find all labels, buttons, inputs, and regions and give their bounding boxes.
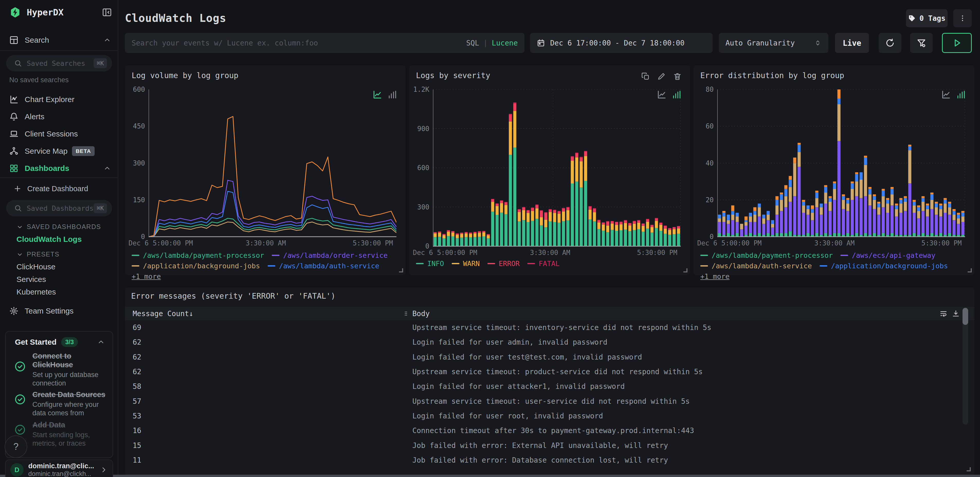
tags-button[interactable]: 0 Tags xyxy=(906,9,948,27)
sidebar-item-search[interactable]: Search xyxy=(0,33,118,47)
section-header[interactable]: SAVED DASHBOARDS xyxy=(16,223,101,231)
legend-item[interactable]: /aws/lambda/payment-processor xyxy=(700,251,833,259)
resize-handle[interactable] xyxy=(967,467,971,471)
collapse-sidebar-icon[interactable] xyxy=(102,7,112,17)
legend-item[interactable]: /application/background-jobs xyxy=(132,262,260,270)
dashboard-link-kubernetes[interactable]: Kubernetes xyxy=(16,288,56,296)
legend-item[interactable]: ERROR xyxy=(487,259,520,267)
scrollbar-thumb[interactable] xyxy=(963,308,968,325)
dashboard-link-services[interactable]: Services xyxy=(16,275,46,284)
legend-item[interactable]: /aws/lambda/auth-service xyxy=(700,262,812,270)
help-button[interactable]: ? xyxy=(5,436,27,458)
refresh-button[interactable] xyxy=(879,33,901,53)
line-chart-toggle-icon[interactable] xyxy=(657,89,667,100)
saved-searches-input[interactable]: Saved Searches ⌘K xyxy=(6,55,112,72)
bar-chart-toggle-icon[interactable] xyxy=(955,89,966,100)
event-search-input[interactable]: Search your events w/ Lucene ex. column:… xyxy=(125,33,525,53)
legend-more-label: +1 more xyxy=(700,272,730,280)
table-row[interactable]: 62 Upstream service timeout: product-ser… xyxy=(125,364,963,379)
legend-more[interactable]: +1 more xyxy=(700,272,730,280)
y-axis-label: 40 xyxy=(696,159,714,167)
bar-chart-toggle-icon[interactable] xyxy=(387,89,397,100)
error-messages-panel: Error messages (severity 'ERROR' or 'FAT… xyxy=(125,287,974,475)
edit-icon[interactable] xyxy=(657,72,666,81)
date-range-picker[interactable]: Dec 6 17:00:00 - Dec 7 18:00:00 xyxy=(530,33,713,53)
run-query-button[interactable] xyxy=(942,33,972,53)
drag-handle-icon[interactable] xyxy=(403,310,409,317)
chevron-down-icon xyxy=(16,224,23,230)
table-row[interactable]: 16 Connection timeout after 30s to payme… xyxy=(125,423,963,438)
sidebar-item-alerts[interactable]: Alerts xyxy=(0,110,118,124)
row-body: Login failed for user attacker1, invalid… xyxy=(412,382,625,391)
line-chart-toggle-icon[interactable] xyxy=(941,89,951,100)
legend-item[interactable]: WARN xyxy=(452,259,480,267)
table-row[interactable]: 53 Login failed for user root, invalid p… xyxy=(125,409,963,423)
row-count: 62 xyxy=(133,367,142,376)
get-started-badge: 3/3 xyxy=(61,337,78,347)
user-menu[interactable]: D dominic.tran@clic... dominic.tran@clic… xyxy=(5,460,113,477)
resize-handle[interactable] xyxy=(683,268,687,272)
legend-item[interactable]: /aws/lambda/payment-processor xyxy=(132,251,264,259)
more-menu-button[interactable] xyxy=(953,9,972,27)
x-axis-label: 3:30:00 AM xyxy=(815,239,855,247)
granularity-select[interactable]: Auto Granularity xyxy=(719,33,828,53)
legend-item[interactable]: /aws/ecs/api-gateway xyxy=(840,251,935,259)
row-count: 69 xyxy=(133,323,142,332)
dashboard-link-cloudwatch-logs[interactable]: CloudWatch Logs xyxy=(16,235,82,244)
chevron-up-icon[interactable] xyxy=(103,36,111,44)
get-started-item-desc: Set up your database connection xyxy=(32,370,107,388)
table-row[interactable]: 57 Upstream service timeout: user-servic… xyxy=(125,394,963,409)
download-icon[interactable] xyxy=(952,309,960,318)
wrap-text-icon[interactable] xyxy=(939,309,948,318)
table-row[interactable]: 58 Login failed for user attacker1, inva… xyxy=(125,379,963,394)
legend-label: /aws/lambda/payment-processor xyxy=(712,251,833,259)
legend-item[interactable]: INFO xyxy=(416,259,444,267)
create-dashboard-button[interactable]: Create Dashboard xyxy=(0,183,118,194)
chart-panel-logs-by-severity: Logs by severity 03006009001.2KDec 6 5:0… xyxy=(409,65,690,275)
legend-more[interactable]: +1 more xyxy=(132,272,161,280)
table-row[interactable]: 15 Job failed with error: External API u… xyxy=(125,438,963,453)
y-axis-label: 450 xyxy=(127,122,145,130)
row-body: Job failed with error: Database connecti… xyxy=(412,456,668,464)
chevron-up-icon xyxy=(103,164,111,172)
y-axis-label: 300 xyxy=(411,203,430,211)
table-row[interactable]: 62 Login failed for user admin, invalid … xyxy=(125,335,963,350)
lucene-toggle[interactable]: Lucene xyxy=(492,39,518,47)
legend-item[interactable]: /application/background-jobs xyxy=(819,262,948,270)
live-button[interactable]: Live xyxy=(835,33,869,53)
sidebar-item-service-map[interactable]: Service MapBETA xyxy=(0,144,118,158)
delete-icon[interactable] xyxy=(673,72,682,81)
legend-label: INFO xyxy=(427,259,444,267)
line-chart-toggle-icon[interactable] xyxy=(372,89,383,100)
column-header-body[interactable]: Body xyxy=(403,309,430,318)
sidebar-item-chart-explorer[interactable]: Chart Explorer xyxy=(0,92,118,107)
saved-dashboards-input[interactable]: Saved Dashboards ⌘K xyxy=(6,200,112,216)
filter-button[interactable] xyxy=(910,33,933,53)
sidebar-item-client-sessions[interactable]: Client Sessions xyxy=(0,127,118,141)
legend-item[interactable]: /aws/lambda/order-service xyxy=(272,251,387,259)
table-row[interactable]: 62 Login failed for user test@test.com, … xyxy=(125,350,963,364)
kebab-icon xyxy=(959,14,966,22)
sidebar-item-label: Service Map xyxy=(25,147,68,156)
horizontal-scrollbar[interactable] xyxy=(0,475,980,477)
legend-label: WARN xyxy=(463,259,480,267)
section-header[interactable]: PRESETS xyxy=(16,251,59,258)
tag-icon xyxy=(908,14,916,22)
bar-chart-toggle-icon[interactable] xyxy=(671,89,681,100)
vertical-scrollbar[interactable] xyxy=(963,307,968,425)
chart-type-toggles xyxy=(657,89,681,100)
updown-chevrons-icon xyxy=(814,39,822,47)
column-header-count[interactable]: Message Count↓ xyxy=(133,309,193,318)
play-icon xyxy=(951,37,963,49)
duplicate-icon[interactable] xyxy=(641,72,650,81)
dashboard-link-clickhouse[interactable]: ClickHouse xyxy=(16,262,56,271)
sidebar-item-dashboards[interactable]: Dashboards xyxy=(0,161,118,175)
legend-item[interactable]: /aws/lambda/auth-service xyxy=(267,262,379,270)
legend-item[interactable]: FATAL xyxy=(527,259,559,267)
sidebar-item-team-settings[interactable]: Team Settings xyxy=(0,304,118,318)
sql-toggle[interactable]: SQL xyxy=(466,39,479,47)
table-row[interactable]: 11 Job failed with error: Database conne… xyxy=(125,453,963,467)
get-started-header[interactable]: Get Started 3/3 xyxy=(15,337,105,347)
table-row[interactable]: 69 Upstream service timeout: inventory-s… xyxy=(125,320,963,335)
chevron-up-icon[interactable] xyxy=(97,338,105,346)
